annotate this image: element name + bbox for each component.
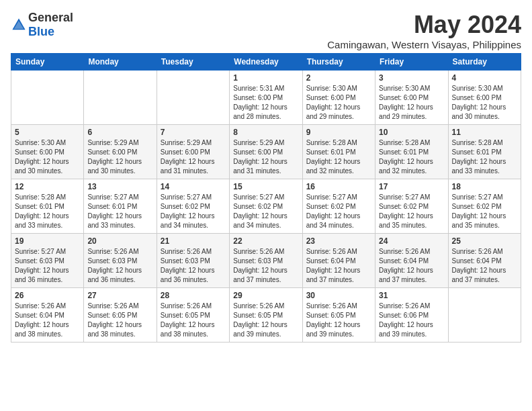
- calendar-week-3: 12Sunrise: 5:28 AMSunset: 6:01 PMDayligh…: [11, 179, 521, 234]
- calendar-cell-1-5: 10Sunrise: 5:28 AMSunset: 6:01 PMDayligh…: [375, 125, 448, 179]
- logo-blue: Blue: [28, 25, 54, 38]
- day-info: Sunrise: 5:28 AMSunset: 6:01 PMDaylight:…: [306, 138, 371, 176]
- calendar-cell-2-6: 18Sunrise: 5:27 AMSunset: 6:02 PMDayligh…: [448, 179, 521, 234]
- day-info: Sunrise: 5:28 AMSunset: 6:01 PMDaylight:…: [15, 193, 80, 230]
- calendar-cell-1-6: 11Sunrise: 5:28 AMSunset: 6:01 PMDayligh…: [448, 125, 521, 179]
- header-sunday: Sunday: [11, 54, 84, 71]
- page-header: General Blue May 2024 Camingawan, Wester…: [11, 11, 521, 50]
- day-info: Sunrise: 5:28 AMSunset: 6:01 PMDaylight:…: [452, 138, 517, 176]
- calendar-cell-0-5: 3Sunrise: 5:30 AMSunset: 6:00 PMDaylight…: [375, 71, 448, 125]
- day-info: Sunrise: 5:28 AMSunset: 6:01 PMDaylight:…: [379, 138, 444, 176]
- day-number: 8: [233, 128, 298, 137]
- day-info: Sunrise: 5:26 AMSunset: 6:04 PMDaylight:…: [379, 247, 444, 285]
- day-info: Sunrise: 5:31 AMSunset: 6:00 PMDaylight:…: [233, 84, 298, 122]
- calendar-cell-4-1: 27Sunrise: 5:26 AMSunset: 6:05 PMDayligh…: [84, 288, 157, 342]
- calendar-cell-3-2: 21Sunrise: 5:26 AMSunset: 6:03 PMDayligh…: [157, 234, 229, 288]
- day-info: Sunrise: 5:27 AMSunset: 6:02 PMDaylight:…: [452, 193, 517, 230]
- day-info: Sunrise: 5:26 AMSunset: 6:03 PMDaylight:…: [87, 247, 152, 285]
- calendar-cell-2-1: 13Sunrise: 5:27 AMSunset: 6:01 PMDayligh…: [84, 179, 157, 234]
- day-info: Sunrise: 5:30 AMSunset: 6:00 PMDaylight:…: [379, 84, 444, 122]
- day-number: 1: [233, 73, 298, 83]
- day-number: 9: [306, 128, 371, 137]
- day-number: 20: [87, 236, 152, 246]
- day-info: Sunrise: 5:27 AMSunset: 6:02 PMDaylight:…: [379, 193, 444, 230]
- header-monday: Monday: [84, 54, 157, 71]
- day-number: 28: [161, 291, 226, 300]
- day-number: 17: [379, 182, 444, 191]
- day-info: Sunrise: 5:27 AMSunset: 6:01 PMDaylight:…: [87, 193, 152, 230]
- calendar-cell-4-4: 30Sunrise: 5:26 AMSunset: 6:05 PMDayligh…: [302, 288, 375, 342]
- day-info: Sunrise: 5:26 AMSunset: 6:05 PMDaylight:…: [161, 302, 226, 339]
- title-block: May 2024 Camingawan, Western Visayas, Ph…: [327, 11, 521, 50]
- day-info: Sunrise: 5:27 AMSunset: 6:03 PMDaylight:…: [15, 247, 80, 285]
- header-wednesday: Wednesday: [230, 54, 302, 71]
- calendar-week-1: 1Sunrise: 5:31 AMSunset: 6:00 PMDaylight…: [11, 71, 521, 125]
- day-number: 29: [233, 291, 298, 300]
- day-info: Sunrise: 5:27 AMSunset: 6:02 PMDaylight:…: [233, 193, 298, 230]
- calendar-cell-2-3: 15Sunrise: 5:27 AMSunset: 6:02 PMDayligh…: [230, 179, 302, 234]
- day-info: Sunrise: 5:29 AMSunset: 6:00 PMDaylight:…: [161, 138, 226, 176]
- day-number: 16: [306, 182, 371, 191]
- calendar-cell-4-6: [448, 288, 521, 342]
- day-info: Sunrise: 5:29 AMSunset: 6:00 PMDaylight:…: [233, 138, 298, 176]
- calendar-cell-3-3: 22Sunrise: 5:26 AMSunset: 6:03 PMDayligh…: [230, 234, 302, 288]
- day-info: Sunrise: 5:26 AMSunset: 6:05 PMDaylight:…: [233, 302, 298, 339]
- day-info: Sunrise: 5:26 AMSunset: 6:06 PMDaylight:…: [379, 302, 444, 339]
- header-friday: Friday: [375, 54, 448, 71]
- day-number: 18: [452, 182, 517, 191]
- logo-general: General: [28, 11, 73, 24]
- day-info: Sunrise: 5:30 AMSunset: 6:00 PMDaylight:…: [306, 84, 371, 122]
- day-info: Sunrise: 5:27 AMSunset: 6:02 PMDaylight:…: [306, 193, 371, 230]
- calendar-cell-4-0: 26Sunrise: 5:26 AMSunset: 6:04 PMDayligh…: [11, 288, 84, 342]
- day-info: Sunrise: 5:30 AMSunset: 6:00 PMDaylight:…: [452, 84, 517, 122]
- calendar-cell-4-5: 31Sunrise: 5:26 AMSunset: 6:06 PMDayligh…: [375, 288, 448, 342]
- calendar-cell-0-2: [157, 71, 229, 125]
- day-number: 10: [379, 128, 444, 137]
- calendar-cell-0-3: 1Sunrise: 5:31 AMSunset: 6:00 PMDaylight…: [230, 71, 302, 125]
- day-info: Sunrise: 5:26 AMSunset: 6:03 PMDaylight:…: [161, 247, 226, 285]
- day-info: Sunrise: 5:26 AMSunset: 6:04 PMDaylight:…: [306, 247, 371, 285]
- day-info: Sunrise: 5:26 AMSunset: 6:03 PMDaylight:…: [233, 247, 298, 285]
- calendar-week-2: 5Sunrise: 5:30 AMSunset: 6:00 PMDaylight…: [11, 125, 521, 179]
- calendar-cell-3-5: 24Sunrise: 5:26 AMSunset: 6:04 PMDayligh…: [375, 234, 448, 288]
- day-number: 2: [306, 73, 371, 83]
- calendar-cell-2-4: 16Sunrise: 5:27 AMSunset: 6:02 PMDayligh…: [302, 179, 375, 234]
- logo-text: General Blue: [28, 11, 73, 39]
- calendar-header-row: Sunday Monday Tuesday Wednesday Thursday…: [11, 54, 521, 71]
- day-info: Sunrise: 5:26 AMSunset: 6:05 PMDaylight:…: [87, 302, 152, 339]
- day-number: 23: [306, 236, 371, 246]
- day-info: Sunrise: 5:27 AMSunset: 6:02 PMDaylight:…: [161, 193, 226, 230]
- calendar-cell-0-1: [84, 71, 157, 125]
- calendar-cell-0-0: [11, 71, 84, 125]
- day-number: 15: [233, 182, 298, 191]
- logo-icon: [11, 17, 27, 33]
- calendar-cell-3-6: 25Sunrise: 5:26 AMSunset: 6:04 PMDayligh…: [448, 234, 521, 288]
- header-saturday: Saturday: [448, 54, 521, 71]
- calendar-table: Sunday Monday Tuesday Wednesday Thursday…: [11, 53, 521, 342]
- calendar-cell-0-4: 2Sunrise: 5:30 AMSunset: 6:00 PMDaylight…: [302, 71, 375, 125]
- calendar-cell-4-3: 29Sunrise: 5:26 AMSunset: 6:05 PMDayligh…: [230, 288, 302, 342]
- header-thursday: Thursday: [302, 54, 375, 71]
- calendar-cell-3-4: 23Sunrise: 5:26 AMSunset: 6:04 PMDayligh…: [302, 234, 375, 288]
- header-tuesday: Tuesday: [157, 54, 229, 71]
- day-number: 6: [87, 128, 152, 137]
- day-number: 5: [15, 128, 80, 137]
- calendar-cell-2-5: 17Sunrise: 5:27 AMSunset: 6:02 PMDayligh…: [375, 179, 448, 234]
- day-number: 24: [379, 236, 444, 246]
- day-number: 31: [379, 291, 444, 300]
- day-number: 3: [379, 73, 444, 83]
- day-number: 26: [15, 291, 80, 300]
- calendar-cell-1-4: 9Sunrise: 5:28 AMSunset: 6:01 PMDaylight…: [302, 125, 375, 179]
- day-info: Sunrise: 5:30 AMSunset: 6:00 PMDaylight:…: [15, 138, 80, 176]
- calendar-cell-1-2: 7Sunrise: 5:29 AMSunset: 6:00 PMDaylight…: [157, 125, 229, 179]
- day-info: Sunrise: 5:26 AMSunset: 6:04 PMDaylight:…: [452, 247, 517, 285]
- calendar-cell-3-0: 19Sunrise: 5:27 AMSunset: 6:03 PMDayligh…: [11, 234, 84, 288]
- month-title: May 2024: [327, 11, 521, 39]
- day-number: 19: [15, 236, 80, 246]
- day-number: 12: [15, 182, 80, 191]
- day-number: 4: [452, 73, 517, 83]
- calendar-week-4: 19Sunrise: 5:27 AMSunset: 6:03 PMDayligh…: [11, 234, 521, 288]
- calendar-cell-3-1: 20Sunrise: 5:26 AMSunset: 6:03 PMDayligh…: [84, 234, 157, 288]
- day-number: 25: [452, 236, 517, 246]
- calendar-cell-1-0: 5Sunrise: 5:30 AMSunset: 6:00 PMDaylight…: [11, 125, 84, 179]
